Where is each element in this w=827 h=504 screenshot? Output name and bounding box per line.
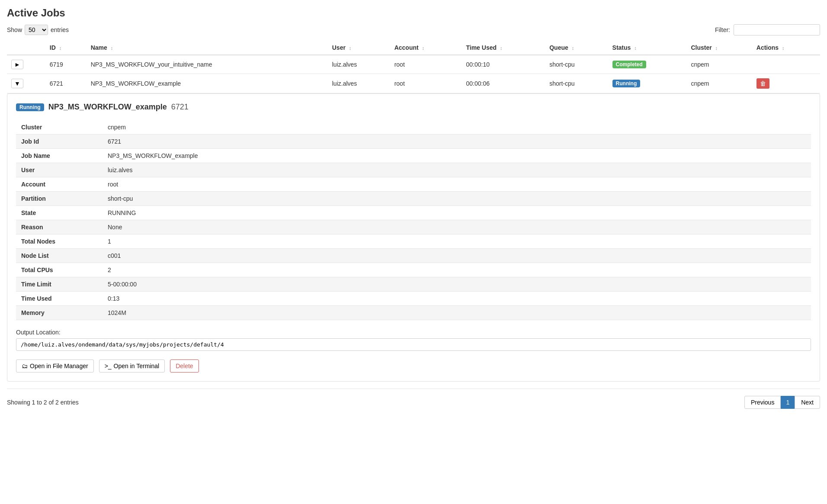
detail-field-row: Time Limit5-00:00:00: [16, 277, 811, 292]
delete-button-6721[interactable]: 🗑: [756, 78, 769, 89]
col-user[interactable]: User ↕: [328, 41, 390, 55]
detail-field-row: ReasonNone: [16, 220, 811, 234]
detail-field-label: Memory: [16, 306, 103, 320]
show-label: Show: [7, 26, 22, 33]
detail-job-id: 6721: [171, 103, 189, 112]
detail-field-value: short-cpu: [103, 192, 811, 206]
expand-cell: ►: [7, 55, 45, 74]
sort-icon-user: ↕: [349, 45, 352, 51]
open-terminal-button[interactable]: >_ Open in Terminal: [99, 360, 165, 372]
detail-field-value: 1024M: [103, 306, 811, 320]
detail-field-value: 2: [103, 263, 811, 277]
sort-icon-time-used: ↕: [500, 45, 503, 51]
filter-label: Filter:: [715, 26, 730, 33]
detail-field-label: Time Limit: [16, 277, 103, 292]
table-row: ► 6719 NP3_MS_WORKFLOW_your_intuitive_na…: [7, 55, 820, 74]
job-user-cell: luiz.alves: [328, 55, 390, 74]
detail-field-label: Total Nodes: [16, 234, 103, 249]
job-queue-cell: short-cpu: [545, 55, 608, 74]
bottom-bar: Showing 1 to 2 of 2 entries Previous 1 N…: [7, 396, 820, 409]
job-account-cell: root: [390, 74, 462, 93]
expand-cell: ▼: [7, 74, 45, 93]
terminal-icon: >_: [105, 363, 112, 369]
job-status-cell: Completed: [608, 55, 687, 74]
sort-icon-id: ↕: [59, 45, 62, 51]
detail-field-value: RUNNING: [103, 206, 811, 220]
folder-icon: 🗂: [22, 363, 28, 369]
job-cluster-cell: cnpem: [686, 74, 752, 93]
top-bar: Show 10 25 50 100 entries Filter:: [7, 24, 820, 35]
detail-field-value: luiz.alves: [103, 163, 811, 177]
table-header-row: ID ↕ Name ↕ User ↕ Account ↕ Time Used ↕…: [7, 41, 820, 55]
job-queue-cell: short-cpu: [545, 74, 608, 93]
detail-field-row: Clustercnpem: [16, 120, 811, 135]
show-entries-control: Show 10 25 50 100 entries: [7, 25, 69, 35]
expand-button-6719[interactable]: ►: [11, 60, 23, 69]
showing-text: Showing 1 to 2 of 2 entries: [7, 399, 79, 406]
job-account-cell: root: [390, 55, 462, 74]
detail-field-label: Reason: [16, 220, 103, 234]
detail-field-label: User: [16, 163, 103, 177]
expand-button-6721[interactable]: ▼: [11, 79, 23, 88]
previous-button[interactable]: Previous: [744, 396, 781, 409]
detail-field-value: c001: [103, 249, 811, 263]
col-name[interactable]: Name ↕: [87, 41, 328, 55]
next-button[interactable]: Next: [795, 396, 820, 409]
detail-field-row: Job NameNP3_MS_WORKFLOW_example: [16, 149, 811, 163]
col-time-used[interactable]: Time Used ↕: [462, 41, 545, 55]
file-manager-label: Open in File Manager: [30, 363, 88, 369]
job-name-cell: NP3_MS_WORKFLOW_your_intuitive_name: [87, 55, 328, 74]
status-badge: Completed: [612, 61, 646, 68]
page-number-1[interactable]: 1: [781, 396, 795, 409]
detail-field-label: Job Id: [16, 135, 103, 149]
filter-input[interactable]: [734, 24, 820, 35]
detail-action-buttons: 🗂 Open in File Manager >_ Open in Termin…: [16, 360, 811, 372]
sort-icon-status: ↕: [634, 45, 637, 51]
page-title: Active Jobs: [7, 7, 820, 19]
detail-field-row: Node Listc001: [16, 249, 811, 263]
detail-field-value: 1: [103, 234, 811, 249]
detail-field-label: Node List: [16, 249, 103, 263]
detail-field-value: 6721: [103, 135, 811, 149]
detail-row: Running NP3_MS_WORKFLOW_example 6721 Clu…: [7, 93, 820, 389]
detail-header: Running NP3_MS_WORKFLOW_example 6721: [16, 103, 811, 112]
col-id[interactable]: ID ↕: [45, 41, 87, 55]
col-queue[interactable]: Queue ↕: [545, 41, 608, 55]
sort-icon-actions: ↕: [782, 45, 785, 51]
detail-field-row: Time Used0:13: [16, 292, 811, 306]
col-status[interactable]: Status ↕: [608, 41, 687, 55]
job-time-used-cell: 00:00:10: [462, 55, 545, 74]
terminal-label: Open in Terminal: [114, 363, 160, 369]
job-user-cell: luiz.alves: [328, 74, 390, 93]
sort-icon-account: ↕: [422, 45, 425, 51]
jobs-table: ID ↕ Name ↕ User ↕ Account ↕ Time Used ↕…: [7, 41, 820, 389]
job-actions-cell: [752, 55, 820, 74]
job-cluster-cell: cnpem: [686, 55, 752, 74]
col-cluster[interactable]: Cluster ↕: [686, 41, 752, 55]
col-expand: [7, 41, 45, 55]
detail-field-label: Time Used: [16, 292, 103, 306]
open-file-manager-button[interactable]: 🗂 Open in File Manager: [16, 360, 94, 372]
job-name-cell: NP3_MS_WORKFLOW_example: [87, 74, 328, 93]
sort-icon-cluster: ↕: [715, 45, 718, 51]
detail-delete-button[interactable]: Delete: [170, 360, 199, 372]
detail-field-row: Accountroot: [16, 177, 811, 192]
detail-field-label: Job Name: [16, 149, 103, 163]
status-badge: Running: [612, 80, 641, 87]
col-actions[interactable]: Actions ↕: [752, 41, 820, 55]
table-row: ▼ 6721 NP3_MS_WORKFLOW_example luiz.alve…: [7, 74, 820, 93]
output-location-input[interactable]: [16, 338, 811, 351]
detail-field-row: Memory1024M: [16, 306, 811, 320]
entries-label: entries: [51, 26, 69, 33]
detail-field-row: Userluiz.alves: [16, 163, 811, 177]
output-location-label: Output Location:: [16, 329, 811, 336]
detail-field-row: Total Nodes1: [16, 234, 811, 249]
pagination: Previous 1 Next: [744, 396, 820, 409]
job-status-cell: Running: [608, 74, 687, 93]
detail-field-row: Job Id6721: [16, 135, 811, 149]
detail-field-label: Account: [16, 177, 103, 192]
detail-field-value: NP3_MS_WORKFLOW_example: [103, 149, 811, 163]
detail-field-row: StateRUNNING: [16, 206, 811, 220]
entries-select[interactable]: 10 25 50 100: [25, 25, 48, 35]
col-account[interactable]: Account ↕: [390, 41, 462, 55]
